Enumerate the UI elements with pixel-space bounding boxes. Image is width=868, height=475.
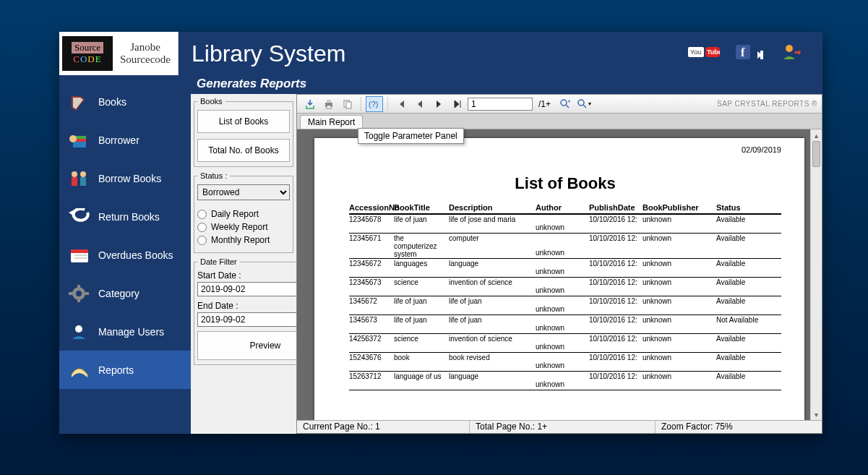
svg-rect-12 bbox=[72, 177, 77, 186]
find-icon[interactable] bbox=[557, 96, 574, 112]
sidebar-item-overdues[interactable]: Overdues Books bbox=[59, 236, 191, 274]
table-row: 15243676bookbook revisedunknown10/10/201… bbox=[349, 353, 781, 372]
calendar-icon bbox=[68, 245, 91, 265]
sidebar-item-label: Overdues Books bbox=[98, 249, 173, 261]
sidebar-item-label: Borrow Books bbox=[98, 173, 161, 184]
prev-page-icon[interactable] bbox=[411, 96, 429, 112]
sidebar-item-books[interactable]: Books bbox=[59, 82, 191, 121]
svg-rect-14 bbox=[80, 177, 86, 186]
user-logout-icon[interactable] bbox=[781, 43, 801, 64]
scroll-up-icon[interactable]: ▴ bbox=[811, 129, 822, 141]
sidebar-item-label: Books bbox=[98, 96, 126, 108]
svg-text:You: You bbox=[690, 48, 701, 56]
svg-text:Tube: Tube bbox=[707, 48, 720, 56]
status-legend: Status : bbox=[197, 171, 230, 180]
print-icon[interactable] bbox=[320, 96, 338, 112]
logo-image: Source CODE bbox=[62, 36, 113, 71]
svg-point-13 bbox=[80, 171, 86, 177]
sidebar: Books Borrower Borrow Books Return Books… bbox=[59, 75, 191, 434]
books-icon bbox=[68, 92, 91, 112]
svg-text:(?): (?) bbox=[369, 100, 378, 108]
page-total-label: /1+ bbox=[538, 99, 551, 109]
borrower-icon bbox=[68, 130, 91, 150]
tooltip: Toggle Parameter Panel bbox=[358, 128, 464, 144]
report-header-row: AccessionNoBookTitleDescriptionAuthorPub… bbox=[349, 203, 781, 215]
logo-code-text: CODE bbox=[73, 54, 101, 65]
reports-icon bbox=[68, 360, 91, 380]
sidebar-item-borrower[interactable]: Borrower bbox=[59, 121, 191, 159]
table-row: 1345673life of juanlife of juanunknown10… bbox=[349, 315, 781, 334]
table-row: 12345671the computerizez systemcomputeru… bbox=[349, 234, 781, 259]
list-of-books-button[interactable]: List of Books bbox=[197, 110, 290, 133]
logo-source-text: Source bbox=[72, 42, 103, 54]
sidebar-item-label: Category bbox=[98, 288, 139, 299]
social-icons: YouTube f bbox=[688, 43, 801, 64]
scroll-down-icon[interactable]: ▾ bbox=[811, 408, 822, 420]
main-panel: Generates Reports Books List of Books To… bbox=[191, 75, 822, 434]
first-page-icon[interactable] bbox=[392, 96, 410, 112]
sidebar-item-manage-users[interactable]: Manage Users bbox=[59, 312, 191, 351]
table-row: 12345672languageslanguageunknown10/10/20… bbox=[349, 259, 781, 278]
svg-line-40 bbox=[583, 105, 586, 108]
document-area: 02/09/2019 List of Books AccessionNoBook… bbox=[297, 129, 822, 420]
svg-rect-7 bbox=[73, 142, 86, 147]
user-icon bbox=[68, 322, 91, 342]
svg-rect-33 bbox=[327, 106, 331, 108]
left-controls: Books List of Books Total No. of Books S… bbox=[191, 94, 296, 434]
sidebar-item-reports[interactable]: Reports bbox=[59, 351, 191, 389]
report-viewer: (?) /1+ ▾ SAP CRYSTAL REPORTS ® Main R bbox=[296, 94, 822, 434]
books-legend: Books bbox=[197, 97, 225, 106]
books-fieldset: Books List of Books Total No. of Books bbox=[194, 97, 293, 167]
svg-point-37 bbox=[561, 100, 567, 106]
svg-point-20 bbox=[76, 291, 82, 296]
report-page: 02/09/2019 List of Books AccessionNoBook… bbox=[314, 138, 804, 420]
table-row: 1345672life of juanlife of juanunknown10… bbox=[349, 296, 781, 315]
weekly-report-radio[interactable]: Weekly Report bbox=[197, 222, 290, 232]
table-row: 14256372scienceinvention of scienceunkno… bbox=[349, 334, 781, 353]
svg-rect-23 bbox=[69, 292, 72, 295]
last-page-icon[interactable] bbox=[449, 96, 466, 112]
svg-rect-24 bbox=[85, 292, 89, 295]
svg-rect-21 bbox=[77, 285, 80, 288]
vertical-scrollbar[interactable]: ▴ ▾ bbox=[810, 129, 822, 420]
next-page-icon[interactable] bbox=[430, 96, 447, 112]
parameter-panel-toggle[interactable]: (?) bbox=[366, 96, 383, 112]
return-books-icon bbox=[68, 207, 91, 227]
sidebar-item-label: Manage Users bbox=[98, 326, 164, 338]
sidebar-item-label: Return Books bbox=[98, 211, 160, 223]
scroll-thumb[interactable] bbox=[812, 141, 820, 167]
tab-strip: Main Report Toggle Parameter Panel bbox=[297, 114, 822, 129]
export-icon[interactable] bbox=[301, 96, 319, 112]
total-books-button[interactable]: Total No. of Books bbox=[197, 139, 290, 162]
zoom-icon[interactable]: ▾ bbox=[575, 96, 593, 112]
youtube-icon[interactable]: YouTube bbox=[688, 45, 720, 62]
svg-point-25 bbox=[75, 325, 82, 333]
page-number-input[interactable] bbox=[468, 98, 533, 111]
svg-rect-35 bbox=[346, 102, 351, 108]
table-row: 15263712language of uslanguageunknown10/… bbox=[349, 372, 781, 390]
status-fieldset: Status : Borrowed Daily Report Weekly Re… bbox=[194, 171, 293, 253]
logo-box: Source CODE Janobe Sourcecode bbox=[59, 32, 179, 75]
table-row: 12345673scienceinvention of scienceunkno… bbox=[349, 278, 781, 296]
tab-main-report[interactable]: Main Report bbox=[300, 115, 363, 129]
sidebar-item-category[interactable]: Category bbox=[59, 274, 191, 312]
app-window: Source CODE Janobe Sourcecode Library Sy… bbox=[59, 32, 822, 434]
borrow-books-icon bbox=[68, 168, 91, 189]
daily-report-radio[interactable]: Daily Report bbox=[197, 209, 290, 219]
table-row: 12345678life of juanlife of jose and mar… bbox=[349, 215, 781, 234]
copy-icon[interactable] bbox=[339, 96, 356, 112]
monthly-report-radio[interactable]: Monthly Report bbox=[197, 235, 290, 245]
report-date: 02/09/2019 bbox=[742, 145, 781, 154]
svg-line-38 bbox=[566, 105, 569, 108]
date-filter-legend: Date Filter bbox=[197, 257, 240, 266]
statusbar: Current Page No.: 1 Total Page No.: 1+ Z… bbox=[297, 420, 822, 433]
svg-rect-16 bbox=[71, 249, 88, 253]
status-select[interactable]: Borrowed bbox=[197, 184, 290, 200]
svg-rect-32 bbox=[327, 100, 331, 103]
sidebar-item-borrow-books[interactable]: Borrow Books bbox=[59, 159, 191, 197]
report-grid: AccessionNoBookTitleDescriptionAuthorPub… bbox=[349, 203, 781, 390]
facebook-icon[interactable]: f bbox=[736, 45, 765, 62]
crystal-reports-brand: SAP CRYSTAL REPORTS ® bbox=[717, 100, 817, 108]
gear-icon bbox=[68, 283, 91, 304]
sidebar-item-return-books[interactable]: Return Books bbox=[59, 197, 191, 236]
